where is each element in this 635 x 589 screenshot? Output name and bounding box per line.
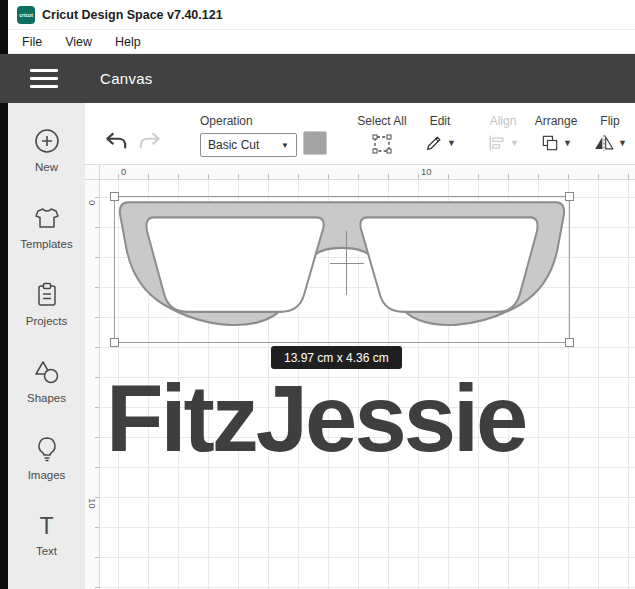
sidebar-item-label: Images <box>28 469 66 481</box>
menu-help[interactable]: Help <box>115 35 141 49</box>
shirt-icon <box>33 204 61 232</box>
operation-group: Operation Basic Cut ▼ <box>200 114 297 157</box>
glasses-shape[interactable] <box>116 199 568 340</box>
sidebar-item-shapes[interactable]: Shapes <box>8 342 85 419</box>
ruler-corner <box>85 165 100 180</box>
ruler-tick-label: 0 <box>87 200 98 205</box>
hamburger-menu-icon[interactable] <box>30 69 58 88</box>
lightbulb-icon <box>33 435 61 463</box>
vertical-ruler: 0 10 <box>85 180 100 589</box>
horizontal-ruler: 0 10 <box>100 165 635 180</box>
align-button[interactable]: ▼ <box>487 133 519 153</box>
sidebar-item-images[interactable]: Images <box>8 419 85 496</box>
titlebar: cricut Cricut Design Space v7.40.121 <box>8 0 635 30</box>
chevron-down-icon: ▼ <box>618 138 627 148</box>
sidebar-item-label: Templates <box>20 238 72 250</box>
sidebar-item-label: Projects <box>26 315 68 327</box>
flip-label: Flip <box>600 114 619 128</box>
sidebar-item-new[interactable]: New <box>8 111 85 188</box>
arrange-group: Arrange ▼ <box>530 114 582 153</box>
left-lens <box>146 217 323 311</box>
sidebar-item-projects[interactable]: Projects <box>8 265 85 342</box>
menu-view[interactable]: View <box>65 35 92 49</box>
undo-icon <box>103 129 129 155</box>
operation-label: Operation <box>200 114 253 128</box>
sidebar: New Templates Projects Shapes <box>8 103 85 589</box>
operation-dropdown[interactable]: Basic Cut ▼ <box>200 133 297 157</box>
pencil-icon <box>424 133 444 153</box>
right-lens <box>360 217 537 311</box>
sidebar-item-label: New <box>35 161 58 173</box>
plus-circle-icon <box>33 127 61 155</box>
ruler-tick-label: 0 <box>121 166 126 177</box>
ruler-tick-label: 10 <box>87 498 98 509</box>
redo-button[interactable] <box>137 129 163 158</box>
sidebar-item-text[interactable]: T Text <box>8 496 85 573</box>
toolbar: Operation Basic Cut ▼ Select All Edit <box>85 103 635 165</box>
sidebar-item-label: Text <box>36 545 57 557</box>
canvas-header: Canvas <box>0 54 635 103</box>
arrange-label: Arrange <box>535 114 578 128</box>
flip-button[interactable]: ▼ <box>593 133 627 153</box>
edit-group: Edit ▼ <box>419 114 461 153</box>
flip-group: Flip ▼ <box>589 114 631 153</box>
align-icon <box>487 133 507 153</box>
app-title: Cricut Design Space v7.40.121 <box>42 8 223 22</box>
select-all-group: Select All <box>353 114 411 158</box>
selection-center-crosshair <box>330 263 364 264</box>
text-icon: T <box>39 513 53 539</box>
layers-icon <box>540 133 560 153</box>
color-swatch[interactable] <box>303 131 327 155</box>
canvas-text-object[interactable]: FitzJessie <box>106 372 525 466</box>
operation-value: Basic Cut <box>208 138 259 152</box>
flip-horizontal-icon <box>593 133 615 153</box>
header-title: Canvas <box>100 70 153 87</box>
align-group: Align ▼ <box>481 114 525 153</box>
sidebar-item-templates[interactable]: Templates <box>8 188 85 265</box>
chevron-down-icon: ▼ <box>510 138 519 148</box>
app-window: cricut Cricut Design Space v7.40.121 Fil… <box>0 0 635 589</box>
align-label: Align <box>490 114 517 128</box>
sidebar-item-label: Shapes <box>27 392 66 404</box>
menu-file[interactable]: File <box>22 35 42 49</box>
chevron-down-icon: ▼ <box>563 138 572 148</box>
chevron-down-icon: ▼ <box>281 141 289 150</box>
arrange-button[interactable]: ▼ <box>540 133 572 153</box>
edit-button[interactable]: ▼ <box>424 133 456 153</box>
menubar: File View Help <box>8 30 635 54</box>
select-all-button[interactable] <box>371 133 393 158</box>
edit-label: Edit <box>430 114 451 128</box>
canvas-area[interactable]: 13.97 cm x 4.36 cm FitzJessie <box>100 180 635 589</box>
undo-button[interactable] <box>103 129 129 158</box>
shapes-icon <box>33 358 61 386</box>
clipboard-icon <box>33 281 61 309</box>
chevron-down-icon: ▼ <box>447 138 456 148</box>
redo-icon <box>137 129 163 155</box>
select-all-icon <box>371 133 393 155</box>
ruler-tick-label: 10 <box>421 166 432 177</box>
cricut-logo-icon: cricut <box>17 6 35 24</box>
select-all-label: Select All <box>357 114 406 128</box>
